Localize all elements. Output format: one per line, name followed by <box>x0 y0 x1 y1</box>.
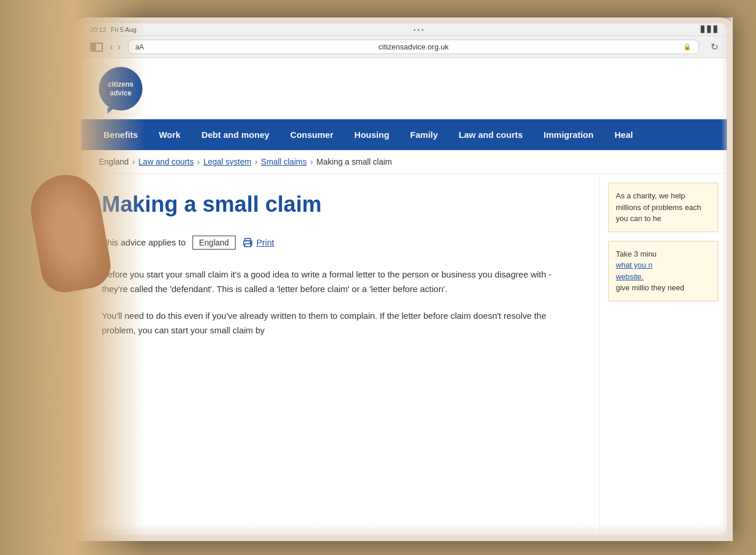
body-paragraph-2: You'll need to do this even if you've al… <box>102 308 579 338</box>
nav-item-family[interactable]: Family <box>400 119 448 150</box>
main-content: Making a small claim This advice applies… <box>81 174 727 535</box>
england-badge[interactable]: England <box>192 236 235 250</box>
print-label: Print <box>256 237 274 247</box>
print-icon <box>243 238 253 247</box>
breadcrumb-sep-2: › <box>197 157 200 166</box>
breadcrumb-law-courts[interactable]: Law and courts <box>138 157 194 166</box>
status-center: • • • <box>413 26 424 33</box>
website-content: citizensadvice Benefits Work Debt and mo… <box>81 58 727 535</box>
address-bar[interactable]: aA citizensadvice.org.uk 🔒 <box>128 40 699 54</box>
edge-fade-right <box>721 17 733 541</box>
status-bar: 20:12 Fri 5 Aug • • • ▊ ▊ ▊ <box>81 23 727 36</box>
sidebar-charity-text: As a charity, we help millions of proble… <box>616 191 701 223</box>
sidebar-survey-link[interactable]: what you n <box>616 261 652 269</box>
sidebar-survey-box: Take 3 minu what you n website. give mil… <box>608 241 718 301</box>
reload-button[interactable]: ↻ <box>711 41 718 52</box>
thumb <box>26 169 115 296</box>
sidebar: As a charity, we help millions of proble… <box>599 174 727 535</box>
status-right: ▊ ▊ ▊ <box>701 26 718 33</box>
sidebar-survey-intro: Take 3 minu <box>616 250 657 258</box>
nav-item-health[interactable]: Heal <box>604 119 644 150</box>
svg-rect-1 <box>245 239 251 241</box>
breadcrumb-sep-4: › <box>310 157 313 166</box>
tablet-frame: 20:12 Fri 5 Aug • • • ▊ ▊ ▊ ‹ › aA citiz… <box>76 17 733 541</box>
hand-overlay <box>0 0 145 555</box>
browser-bar: ‹ › aA citizensadvice.org.uk 🔒 ↻ <box>81 36 727 58</box>
sidebar-survey-rest: give millio they need <box>616 283 684 292</box>
applies-row: This advice applies to England Print <box>102 236 579 250</box>
nav-bar: Benefits Work Debt and money Consumer Ho… <box>81 119 727 150</box>
screen: 20:12 Fri 5 Aug • • • ▊ ▊ ▊ ‹ › aA citiz… <box>81 23 727 535</box>
edge-fade-bottom <box>76 524 733 541</box>
breadcrumb-sep-3: › <box>255 157 258 166</box>
content-area: Making a small claim This advice applies… <box>81 174 599 535</box>
nav-item-work[interactable]: Work <box>148 119 191 150</box>
breadcrumb: England › Law and courts › Legal system … <box>81 150 727 174</box>
dots: • • • <box>413 26 424 33</box>
nav-item-consumer[interactable]: Consumer <box>280 119 344 150</box>
sidebar-charity-box: As a charity, we help millions of proble… <box>608 183 718 232</box>
nav-item-immigration[interactable]: Immigration <box>533 119 604 150</box>
nav-item-debt[interactable]: Debt and money <box>191 119 280 150</box>
breadcrumb-small-claims[interactable]: Small claims <box>261 157 307 166</box>
svg-point-3 <box>250 242 251 243</box>
nav-item-housing[interactable]: Housing <box>344 119 400 150</box>
page-title: Making a small claim <box>102 191 579 218</box>
breadcrumb-legal-system[interactable]: Legal system <box>204 157 251 166</box>
svg-rect-2 <box>245 244 251 247</box>
breadcrumb-current-page: Making a small claim <box>316 157 392 166</box>
battery-signal: ▊ ▊ ▊ <box>701 26 718 33</box>
nav-item-law[interactable]: Law and courts <box>448 119 533 150</box>
lock-icon: 🔒 <box>683 43 691 51</box>
site-header: citizensadvice <box>81 58 727 119</box>
url-display[interactable]: citizensadvice.org.uk <box>148 42 679 51</box>
sidebar-website-link[interactable]: website. <box>616 272 644 281</box>
print-button[interactable]: Print <box>243 237 274 247</box>
body-paragraph-1: Before you start your small claim it's a… <box>102 267 579 297</box>
